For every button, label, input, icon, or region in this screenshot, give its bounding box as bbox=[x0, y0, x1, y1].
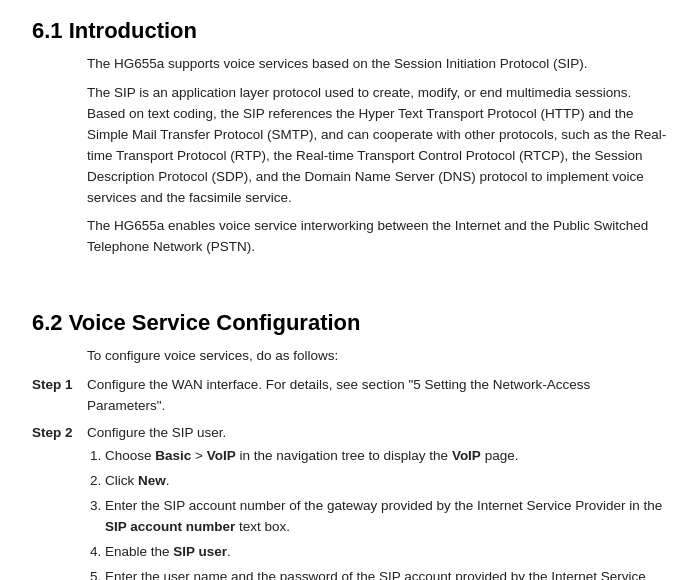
step2-substep1: Choose Basic > VoIP in the navigation tr… bbox=[105, 446, 668, 467]
voip-bold: VoIP bbox=[207, 448, 236, 463]
voip-page-bold: VoIP bbox=[452, 448, 481, 463]
step1-row: Step 1 Configure the WAN interface. For … bbox=[32, 375, 668, 417]
step2-substep3: Enter the SIP account number of the gate… bbox=[105, 496, 668, 538]
section1-para3: The HG655a enables voice service interwo… bbox=[87, 216, 668, 258]
step2-substep4: Enable the SIP user. bbox=[105, 542, 668, 563]
sip-account-bold: SIP account number bbox=[105, 519, 235, 534]
step2-text: Configure the SIP user. bbox=[87, 425, 226, 440]
section2-intro: To configure voice services, do as follo… bbox=[87, 346, 668, 367]
section2-title: 6.2 Voice Service Configuration bbox=[32, 310, 668, 336]
step2-content: Configure the SIP user. Choose Basic > V… bbox=[87, 423, 668, 580]
basic-bold: Basic bbox=[155, 448, 191, 463]
section1-para1: The HG655a supports voice services based… bbox=[87, 54, 668, 75]
step2-substep5: Enter the user name and the password of … bbox=[105, 567, 668, 580]
section1-para2: The SIP is an application layer protocol… bbox=[87, 83, 668, 209]
step2-row: Step 2 Configure the SIP user. Choose Ba… bbox=[32, 423, 668, 580]
step1-content: Configure the WAN interface. For details… bbox=[87, 375, 668, 417]
step2-label: Step 2 bbox=[32, 423, 87, 444]
step1-label: Step 1 bbox=[32, 375, 87, 396]
step2-substep2: Click New. bbox=[105, 471, 668, 492]
new-bold: New bbox=[138, 473, 166, 488]
step2-substeps: Choose Basic > VoIP in the navigation tr… bbox=[105, 446, 668, 580]
section1-title: 6.1 Introduction bbox=[32, 18, 668, 44]
sip-user-bold: SIP user bbox=[173, 544, 227, 559]
